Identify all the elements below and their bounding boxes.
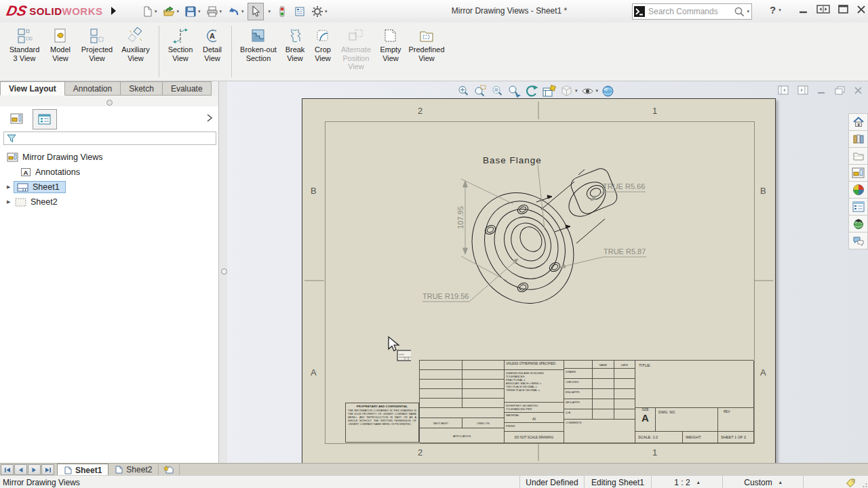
expand-arrow-icon[interactable]: ▶ (7, 184, 14, 190)
units-control[interactable]: Custom▴ (722, 476, 803, 488)
3d-drawing-view-icon[interactable] (541, 83, 557, 98)
search-commands-box[interactable]: Search Commands ▾ (632, 3, 752, 20)
standard-3-view-button[interactable]: Standard 3 View (5, 25, 43, 64)
help-menu[interactable]: ? ▾ (770, 4, 781, 16)
options-button[interactable]: ▾ (309, 3, 330, 20)
previous-sheet-button[interactable] (14, 464, 27, 475)
zoom-to-fit-icon[interactable] (456, 83, 471, 98)
open-document-button[interactable]: ▾ (161, 3, 182, 20)
break-view-button[interactable]: Break View (281, 25, 309, 64)
projected-view-icon (88, 26, 106, 45)
collapse-handle-dot[interactable] (106, 100, 113, 106)
doc-restore-icon[interactable] (835, 86, 845, 95)
tree-root-row[interactable]: Mirror Drawing Views (0, 150, 220, 165)
select-caret-button[interactable]: ▾ (265, 3, 273, 20)
crop-view-button[interactable]: Crop View (309, 25, 336, 64)
help-icon[interactable]: ? (770, 4, 776, 16)
radius-annotation-r566[interactable]: TRUE R5.66 (603, 182, 645, 190)
next-sheet-button[interactable] (28, 464, 41, 475)
design-library-button[interactable] (848, 130, 868, 148)
mfg-appr-row-label: MFG APPR. (564, 399, 593, 409)
zoom-to-area-icon[interactable] (473, 83, 488, 98)
custom-properties-button[interactable] (848, 198, 868, 216)
tree-sheet2-label: Sheet2 (31, 197, 58, 207)
hide-show-items-icon[interactable]: ▾ (580, 83, 599, 98)
tree-annotations-row[interactable]: A Annotations (0, 165, 220, 180)
close-button[interactable] (856, 5, 866, 14)
tree-sheet2-row[interactable]: ▶ Sheet2 (0, 195, 220, 209)
predefined-view-button[interactable]: Predefined View (406, 25, 448, 64)
add-sheet-button[interactable] (159, 464, 180, 476)
feature-manager-tabs (0, 106, 220, 131)
minimize-button[interactable] (799, 5, 808, 14)
search-icon[interactable] (734, 6, 745, 18)
empty-view-button[interactable]: Empty View (376, 25, 406, 64)
splitter-handle-dot[interactable] (221, 268, 227, 274)
drawing-sheet[interactable]: 2 1 2 1 B A B A (302, 98, 776, 463)
view-palette-button[interactable] (848, 164, 868, 182)
tab-sketch[interactable]: Sketch (121, 81, 163, 96)
view-label-base-flange[interactable]: Base Flange (483, 155, 542, 165)
file-explorer-button[interactable] (848, 147, 868, 165)
graphics-area[interactable]: ▾ ▾ 2 1 2 1 B A B A (227, 81, 868, 463)
file-properties-button[interactable] (292, 3, 308, 20)
tab-drawing-manager[interactable] (5, 109, 28, 128)
doc-close-icon[interactable] (854, 86, 863, 95)
forum-button[interactable] (848, 232, 868, 249)
radius-annotation-r1956[interactable]: TRUE R19.56 (422, 292, 469, 300)
new-document-button[interactable]: ▾ (139, 3, 159, 20)
part-geometry[interactable] (453, 166, 619, 321)
first-sheet-button[interactable] (1, 464, 14, 475)
zoom-in-out-icon[interactable] (490, 83, 505, 98)
view-settings-icon[interactable] (600, 83, 616, 98)
appearances-button[interactable] (848, 181, 868, 199)
tab-evaluate[interactable]: Evaluate (163, 81, 212, 96)
search-caret-icon[interactable]: ▾ (747, 9, 749, 14)
dimension-107-95[interactable]: 107.95 (456, 206, 465, 229)
zoom-to-selection-icon[interactable] (507, 83, 522, 98)
solidworks-resources-button[interactable] (848, 215, 868, 232)
tab-annotation[interactable]: Annotation (65, 81, 121, 96)
logo-flyout-arrow-icon[interactable] (108, 5, 118, 17)
broken-out-section-button[interactable]: Broken-out Section (236, 25, 281, 64)
detail-view-button[interactable]: A Detail View (197, 25, 227, 64)
tree-sheet1-row[interactable]: ▶ Sheet1 (0, 180, 220, 195)
search-input[interactable]: Search Commands (645, 7, 734, 16)
auxiliary-view-button[interactable]: Auxiliary View (117, 25, 155, 64)
radius-annotation-r587[interactable]: TRUE R5.87 (604, 247, 646, 256)
previous-view-icon[interactable] (524, 83, 540, 98)
tab-view-layout[interactable]: View Layout (0, 81, 65, 96)
save-button[interactable]: ▾ (182, 3, 203, 20)
sheet-scale-control[interactable]: 1 : 2▴ (651, 476, 722, 488)
resize-grip[interactable] (861, 476, 868, 488)
filter-input[interactable] (3, 131, 216, 145)
crop-view-icon (314, 26, 332, 45)
sheet-tab-sheet1[interactable]: Sheet1 (57, 464, 108, 476)
pane-right-icon[interactable] (797, 85, 808, 95)
tab-feature-manager[interactable] (33, 109, 57, 129)
hide-show-caret-icon[interactable]: ▾ (596, 88, 599, 94)
span-displays-button[interactable] (816, 4, 830, 14)
select-tool-button[interactable] (248, 3, 264, 20)
sheet1-selection[interactable]: Sheet1 (14, 181, 66, 193)
tags-control[interactable] (803, 476, 861, 488)
undo-button[interactable]: ▾ (225, 3, 246, 20)
dwg-no-label: DWG. NO. (656, 408, 717, 414)
expand-arrow-icon[interactable]: ▶ (7, 199, 14, 205)
panel-expand-chevron-icon[interactable] (205, 113, 214, 123)
projected-view-button[interactable]: Projected View (77, 25, 117, 64)
sheet-tab-sheet2[interactable]: Sheet2 (108, 464, 159, 476)
title-label: TITLE: (635, 361, 753, 367)
help-caret-icon[interactable]: ▾ (778, 7, 781, 13)
home-button[interactable] (848, 113, 868, 131)
pane-left-icon[interactable] (778, 85, 789, 95)
display-style-caret-icon[interactable]: ▾ (575, 88, 578, 94)
model-view-button[interactable]: Model View (43, 25, 77, 64)
print-button[interactable]: ▾ (204, 3, 224, 20)
rebuild-button[interactable] (274, 3, 290, 20)
doc-minimize-icon[interactable] (817, 86, 826, 94)
search-scope-icon[interactable] (634, 6, 645, 17)
section-view-button[interactable]: Section View (163, 25, 197, 64)
last-sheet-button[interactable] (41, 464, 54, 475)
maximize-button[interactable] (838, 5, 848, 14)
